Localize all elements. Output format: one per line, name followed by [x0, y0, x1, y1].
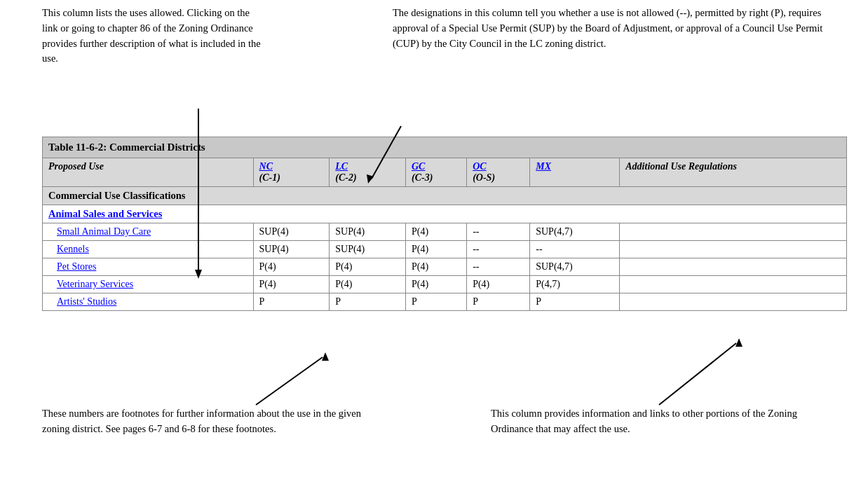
gc-pet-stores: P(4) [405, 258, 466, 276]
table-title-row: Table 11-6-2: Commercial Districts [43, 137, 847, 158]
page: This column lists the uses allowed. Clic… [0, 0, 868, 491]
nc-sub: (C-1) [259, 172, 280, 183]
table-header-row: Proposed Use NC (C-1) LC (C-2) GC (C-3) … [43, 158, 847, 187]
use-pet-stores: Pet Stores [43, 258, 254, 276]
mx-artists: P [530, 293, 620, 311]
mx-small-animal: SUP(4,7) [530, 223, 620, 241]
header-mx: MX [530, 158, 620, 187]
lc-veterinary: P(4) [330, 276, 406, 293]
gc-kennels: P(4) [405, 241, 466, 258]
nc-pet-stores: P(4) [253, 258, 330, 276]
table-row: Artists' Studios P P P P P [43, 293, 847, 311]
table-row: Pet Stores P(4) P(4) P(4) -- SUP(4,7) [43, 258, 847, 276]
table-container: Table 11-6-2: Commercial Districts Propo… [42, 137, 847, 311]
gc-small-animal: P(4) [405, 223, 466, 241]
oc-small-animal: -- [467, 223, 530, 241]
annotation-bottom-right: This column provides information and lin… [491, 406, 827, 437]
mx-veterinary: P(4,7) [530, 276, 620, 293]
use-veterinary: Veterinary Services [43, 276, 254, 293]
header-proposed-use: Proposed Use [43, 158, 254, 187]
annotation-bottom-left-text: These numbers are footnotes for further … [42, 408, 361, 434]
category-row: Animal Sales and Services [43, 205, 847, 223]
oc-kennels: -- [467, 241, 530, 258]
lc-pet-stores: P(4) [330, 258, 406, 276]
oc-veterinary: P(4) [467, 276, 530, 293]
annotation-bottom-left: These numbers are footnotes for further … [42, 406, 365, 437]
nc-artists: P [253, 293, 330, 311]
table-title: Table 11-6-2: Commercial Districts [43, 137, 847, 158]
add-small-animal [620, 223, 847, 241]
small-animal-link[interactable]: Small Animal Day Care [57, 226, 151, 237]
nc-kennels: SUP(4) [253, 241, 330, 258]
add-pet-stores [620, 258, 847, 276]
use-kennels: Kennels [43, 241, 254, 258]
nc-link[interactable]: NC [259, 161, 273, 172]
table-row: Veterinary Services P(4) P(4) P(4) P(4) … [43, 276, 847, 293]
nc-veterinary: P(4) [253, 276, 330, 293]
oc-sub: (O-S) [473, 172, 495, 183]
svg-line-6 [659, 343, 736, 405]
annotation-top-left-text: This column lists the uses allowed. Clic… [42, 7, 261, 64]
header-nc: NC (C-1) [253, 158, 330, 187]
lc-link[interactable]: LC [335, 161, 348, 172]
pet-stores-link[interactable]: Pet Stores [57, 261, 96, 272]
proposed-use-label: Proposed Use [48, 161, 104, 172]
svg-marker-7 [735, 338, 742, 347]
additional-label: Additional Use Regulations [625, 161, 737, 172]
add-kennels [620, 241, 847, 258]
nc-small-animal: SUP(4) [253, 223, 330, 241]
table-row: Kennels SUP(4) SUP(4) P(4) -- -- [43, 241, 847, 258]
mx-link[interactable]: MX [536, 161, 551, 172]
add-veterinary [620, 276, 847, 293]
annotation-top-right-text: The designations in this column tell you… [393, 7, 822, 49]
header-lc: LC (C-2) [330, 158, 406, 187]
gc-link[interactable]: GC [412, 161, 425, 172]
lc-artists: P [330, 293, 406, 311]
animal-sales-link[interactable]: Animal Sales and Services [48, 208, 162, 219]
gc-artists: P [405, 293, 466, 311]
category-cell: Animal Sales and Services [43, 205, 847, 223]
section-row: Commercial Use Classifications [43, 187, 847, 205]
header-additional: Additional Use Regulations [620, 158, 847, 187]
kennels-link[interactable]: Kennels [57, 244, 89, 254]
annotation-top-left: This column lists the uses allowed. Clic… [42, 6, 266, 67]
use-artists-studios: Artists' Studios [43, 293, 254, 311]
annotation-bottom-right-text: This column provides information and lin… [491, 408, 797, 434]
table-row: Small Animal Day Care SUP(4) SUP(4) P(4)… [43, 223, 847, 241]
header-gc: GC (C-3) [405, 158, 466, 187]
lc-kennels: SUP(4) [330, 241, 406, 258]
annotation-top-right: The designations in this column tell you… [393, 6, 827, 51]
mx-pet-stores: SUP(4,7) [530, 258, 620, 276]
section-label: Commercial Use Classifications [43, 187, 847, 205]
oc-artists: P [467, 293, 530, 311]
commercial-districts-table: Table 11-6-2: Commercial Districts Propo… [42, 137, 847, 311]
oc-pet-stores: -- [467, 258, 530, 276]
lc-small-animal: SUP(4) [330, 223, 406, 241]
gc-veterinary: P(4) [405, 276, 466, 293]
oc-link[interactable]: OC [473, 161, 486, 172]
gc-sub: (C-3) [412, 172, 433, 183]
mx-kennels: -- [530, 241, 620, 258]
artists-studios-link[interactable]: Artists' Studios [57, 296, 116, 307]
header-oc: OC (O-S) [467, 158, 530, 187]
svg-marker-5 [322, 352, 329, 361]
add-artists [620, 293, 847, 311]
lc-sub: (C-2) [335, 172, 356, 183]
svg-line-4 [256, 357, 323, 405]
use-small-animal: Small Animal Day Care [43, 223, 254, 241]
veterinary-link[interactable]: Veterinary Services [57, 279, 133, 289]
